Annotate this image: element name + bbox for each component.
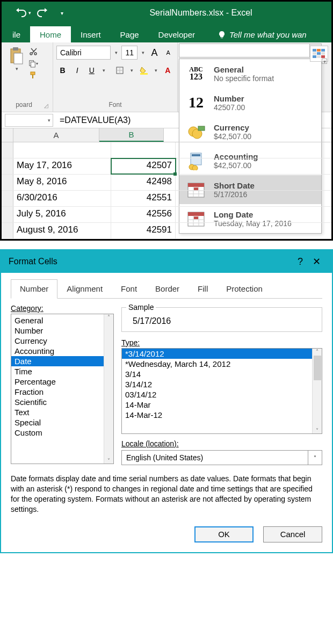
font-color-button[interactable]: A	[162, 64, 174, 77]
tab-file[interactable]: ile	[10, 26, 30, 42]
category-item[interactable]: Scientific	[11, 397, 113, 407]
locale-selector[interactable]: English (United States)	[121, 450, 308, 465]
tab-home[interactable]: Home	[30, 26, 71, 42]
cell[interactable]: 42556	[111, 207, 176, 222]
excel-window: ▾ ▾ SerialNumbers.xlsx - Excel ile Home …	[0, 0, 333, 241]
bold-button[interactable]: B	[56, 64, 69, 77]
locale-dropdown[interactable]: ˅	[308, 450, 322, 465]
cell[interactable]	[111, 142, 176, 158]
paste-button[interactable]: ▾	[5, 45, 28, 100]
svg-rect-6	[32, 75, 33, 78]
copy-button[interactable]: ▾	[28, 59, 38, 68]
category-item[interactable]: Time	[11, 366, 113, 377]
type-item[interactable]: 14-Mar	[122, 400, 322, 410]
number-format-item-general[interactable]: ABC123GeneralNo specific format	[179, 59, 321, 88]
ok-button[interactable]: OK	[194, 526, 254, 542]
clipboard-launcher[interactable]: ◿	[43, 103, 49, 108]
italic-button[interactable]: I	[71, 64, 83, 77]
cancel-button[interactable]: Cancel	[263, 526, 322, 542]
column-header-a[interactable]: A	[13, 128, 99, 142]
format-painter-button[interactable]	[28, 70, 38, 80]
number-format-selector[interactable]	[179, 44, 310, 57]
svg-rect-1	[14, 53, 23, 64]
select-all[interactable]	[2, 128, 13, 142]
name-box[interactable]: ▾	[5, 114, 53, 127]
type-item[interactable]: 3/14	[122, 369, 322, 379]
cell[interactable]: May 8, 2016	[13, 175, 111, 190]
underline-button[interactable]: U	[85, 64, 98, 77]
tab-page[interactable]: Page	[111, 26, 149, 42]
font-size-selector[interactable]: 11	[121, 46, 137, 60]
cell[interactable]: 42591	[111, 223, 176, 238]
scrollbar[interactable]: ˄˅	[312, 349, 322, 433]
cell[interactable]: August 9, 2016	[13, 223, 111, 238]
dialog-tab-alignment[interactable]: Alignment	[57, 279, 112, 298]
cell[interactable]: 42507	[111, 158, 176, 174]
font-name-selector[interactable]: Calibri	[56, 46, 111, 60]
category-listbox[interactable]: GeneralNumberCurrencyAccountingDateTimeP…	[11, 314, 114, 464]
type-listbox[interactable]: *3/14/2012*Wednesday, March 14, 20123/14…	[121, 348, 322, 434]
dialog-tab-fill[interactable]: Fill	[189, 279, 217, 298]
row-header[interactable]	[2, 142, 13, 158]
category-item[interactable]: Special	[11, 417, 113, 428]
category-item[interactable]: Currency	[11, 336, 113, 346]
row-header[interactable]	[2, 175, 13, 190]
svg-rect-36	[317, 52, 321, 55]
fill-color-button[interactable]	[137, 64, 150, 77]
cell[interactable]: 42551	[111, 191, 176, 206]
category-item[interactable]: Custom	[11, 428, 113, 438]
svg-rect-35	[313, 52, 316, 55]
number-format-group: ▾ ABC123GeneralNo specific format12Numbe…	[179, 44, 322, 57]
category-item[interactable]: Percentage	[11, 377, 113, 387]
cell[interactable]: 6/30/2016	[13, 191, 111, 206]
tab-developer[interactable]: Developer	[149, 26, 205, 42]
cell[interactable]	[13, 142, 111, 158]
paste-icon	[9, 47, 25, 66]
row-header[interactable]	[2, 207, 13, 222]
row-header[interactable]	[2, 158, 13, 174]
lightbulb-icon	[218, 31, 226, 39]
help-button[interactable]: ?	[292, 256, 308, 267]
dialog-tab-protection[interactable]: Protection	[217, 279, 272, 298]
dialog-tab-border[interactable]: Border	[146, 279, 189, 298]
tell-me[interactable]: Tell me what you wan	[208, 26, 316, 42]
number-format-item-number[interactable]: 12Number42507.00	[179, 88, 321, 117]
type-item[interactable]: *3/14/2012	[122, 349, 322, 359]
redo-button[interactable]	[34, 5, 51, 20]
svg-rect-39	[317, 55, 321, 58]
scrollbar[interactable]: ˄˅	[104, 314, 113, 464]
row-header[interactable]	[2, 223, 13, 238]
styles-launcher[interactable]: ▾	[322, 59, 327, 64]
type-item[interactable]: 3/14/12	[122, 379, 322, 389]
type-item[interactable]: 14-Mar-12	[122, 410, 322, 420]
category-item[interactable]: General	[11, 315, 113, 325]
grow-font-button[interactable]: A	[149, 46, 161, 59]
type-item[interactable]: *Wednesday, March 14, 2012	[122, 359, 322, 369]
dialog-title-bar[interactable]: Format Cells ? ✕	[1, 250, 332, 273]
format-icon: 12	[185, 91, 207, 114]
borders-button[interactable]	[114, 64, 126, 77]
category-item[interactable]: Fraction	[11, 387, 113, 397]
title-bar: ▾ ▾ SerialNumbers.xlsx - Excel	[2, 2, 331, 24]
row-header[interactable]	[2, 191, 13, 206]
close-button[interactable]: ✕	[308, 256, 324, 267]
cell[interactable]: 42498	[111, 175, 176, 190]
category-item[interactable]: Number	[11, 325, 113, 336]
type-item[interactable]: 03/14/12	[122, 389, 322, 400]
shrink-font-button[interactable]: A	[162, 46, 174, 59]
cell[interactable]: May 17, 2016	[13, 158, 111, 174]
cut-button[interactable]	[28, 47, 38, 56]
column-header-b[interactable]: B	[99, 128, 164, 142]
svg-rect-38	[313, 55, 316, 58]
table-row: May 8, 201642498	[2, 175, 331, 191]
category-item[interactable]: Accounting	[11, 346, 113, 356]
qat-customize[interactable]: ▾	[53, 5, 70, 20]
cell[interactable]: July 5, 2016	[13, 207, 111, 222]
category-item[interactable]: Text	[11, 407, 113, 417]
undo-button[interactable]: ▾	[15, 5, 32, 20]
tab-insert[interactable]: Insert	[71, 26, 111, 42]
dialog-tab-font[interactable]: Font	[112, 279, 146, 298]
category-item[interactable]: Date	[11, 356, 113, 366]
fill-handle[interactable]	[173, 172, 177, 176]
dialog-tab-number[interactable]: Number	[11, 279, 57, 299]
